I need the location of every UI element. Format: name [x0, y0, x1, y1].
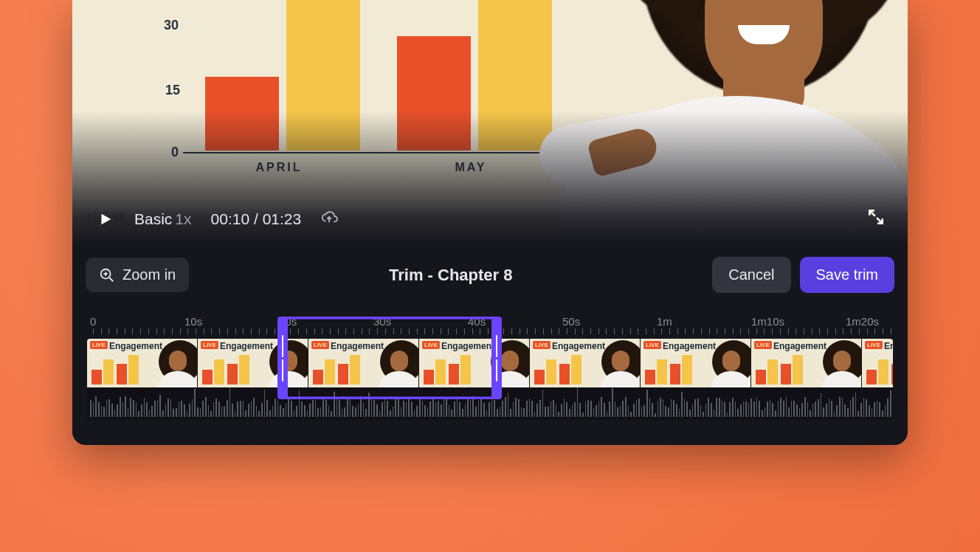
zoom-in-icon — [99, 267, 115, 283]
ruler-label: 40s — [468, 315, 486, 328]
thumb-title: Engagement — [109, 341, 162, 351]
ruler-label: 1m10s — [751, 315, 784, 328]
speed-multiplier: 1x — [175, 210, 191, 228]
save-trim-button[interactable]: Save trim — [800, 257, 894, 293]
thumb-title: Engagement — [552, 341, 605, 351]
trim-handle-left[interactable] — [277, 317, 288, 399]
thumb-title: Engagement — [663, 341, 716, 351]
editor-window: 30 15 0 APRIL MAY — [72, 0, 908, 445]
timeline: 010s20s30s40s50s1m1m10s1m20s LIVEEngagem… — [72, 293, 908, 445]
timeline-thumbnail[interactable]: LIVEEngagement — [87, 339, 198, 387]
thumb-title: Engagement — [884, 341, 893, 351]
panel-title: Trim - Chapter 8 — [389, 266, 512, 285]
timeline-thumbnail[interactable]: LIVEEngagement — [641, 339, 751, 387]
thumb-title: Engagement — [441, 341, 494, 351]
fullscreen-button[interactable] — [866, 207, 886, 230]
zoom-in-button[interactable]: Zoom in — [86, 258, 189, 292]
ruler-label: 10s — [184, 315, 202, 328]
timeline-thumbnail[interactable]: LIVEEngagement — [751, 339, 862, 387]
cancel-button[interactable]: Cancel — [712, 257, 790, 293]
live-badge: LIVE — [643, 341, 661, 349]
thumb-title: Engagement — [773, 341, 827, 351]
ruler-label: 30s — [373, 315, 391, 328]
ytick-15: 15 — [165, 83, 180, 98]
cloud-upload-icon — [320, 209, 338, 225]
speed-label: Basic — [134, 210, 172, 228]
ruler-label: 1m20s — [846, 315, 879, 328]
ruler-label: 0 — [90, 315, 96, 328]
video-preview[interactable]: 30 15 0 APRIL MAY — [72, 0, 908, 244]
thumb-title: Engagement — [220, 341, 273, 351]
speed-selector[interactable]: Basic 1x — [134, 210, 192, 228]
live-badge: LIVE — [90, 341, 108, 349]
ytick-30: 30 — [164, 18, 179, 33]
ruler-label: 1m — [657, 315, 672, 328]
live-badge: LIVE — [533, 341, 551, 349]
live-badge: LIVE — [201, 341, 218, 349]
video-track[interactable]: LIVEEngagementLIVEEngagementLIVEEngageme… — [87, 339, 893, 420]
timeline-thumbnail[interactable]: LIVEEngagement — [308, 339, 419, 387]
timeline-thumbnail[interactable]: LIVEEngagement — [862, 339, 893, 387]
timeline-thumbnail[interactable]: LIVEEngagement — [530, 339, 641, 387]
live-badge: LIVE — [754, 341, 772, 349]
live-badge: LIVE — [865, 341, 883, 349]
play-icon — [97, 211, 113, 227]
trim-toolbar: Zoom in Trim - Chapter 8 Cancel Save tri… — [72, 244, 908, 293]
audio-waveform — [87, 387, 893, 420]
timeline-thumbnail[interactable]: LIVEEngagement — [419, 339, 530, 387]
thumb-title: Engagement — [331, 341, 384, 351]
live-badge: LIVE — [311, 341, 329, 349]
timecode: 00:10 / 01:23 — [211, 210, 302, 228]
time-ruler[interactable]: 010s20s30s40s50s1m1m10s1m20s — [87, 315, 893, 334]
thumbnail-strip: LIVEEngagementLIVEEngagementLIVEEngageme… — [87, 339, 893, 387]
ruler-label: 50s — [562, 315, 580, 328]
app-backdrop: 30 15 0 APRIL MAY — [0, 0, 980, 552]
cloud-sync-icon[interactable] — [320, 209, 338, 229]
trim-handle-right[interactable] — [491, 317, 502, 399]
play-button[interactable] — [94, 209, 115, 230]
timeline-thumbnail[interactable]: LIVEEngagement — [198, 339, 308, 387]
player-controls: Basic 1x 00:10 / 01:23 — [72, 207, 908, 230]
duration: 01:23 — [263, 210, 302, 227]
zoom-in-label: Zoom in — [122, 266, 176, 283]
expand-icon — [866, 207, 886, 227]
live-badge: LIVE — [422, 341, 440, 349]
current-time: 00:10 — [211, 210, 250, 227]
